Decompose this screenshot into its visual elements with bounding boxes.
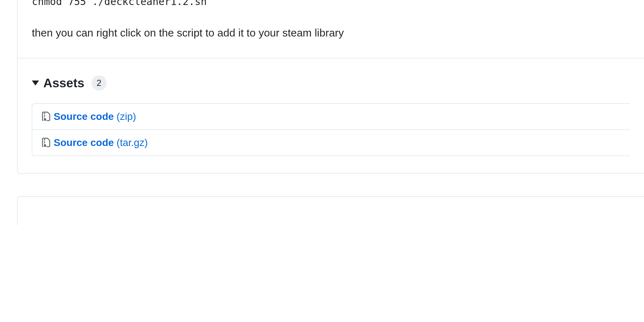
assets-toggle[interactable]: Assets 2 xyxy=(32,75,630,91)
assets-list: Source code (zip) Source code (tar.gz) xyxy=(32,103,630,156)
assets-count-badge: 2 xyxy=(92,75,107,91)
asset-row: Source code (tar.gz) xyxy=(32,130,630,156)
asset-name: Source code xyxy=(54,137,114,148)
assets-heading: Assets xyxy=(43,76,84,90)
asset-name: Source code xyxy=(54,111,114,122)
asset-download-link[interactable]: Source code (zip) xyxy=(54,111,136,122)
release-description: then you can right click on the script t… xyxy=(32,25,630,41)
assets-section: Assets 2 Source code (zip) xyxy=(18,58,644,156)
file-zip-icon xyxy=(41,111,51,122)
asset-extension: (zip) xyxy=(117,111,136,122)
asset-extension: (tar.gz) xyxy=(117,137,148,148)
asset-row: Source code (zip) xyxy=(32,104,630,130)
next-release-panel xyxy=(17,196,644,225)
file-zip-icon xyxy=(41,137,51,148)
asset-download-link[interactable]: Source code (tar.gz) xyxy=(54,137,148,148)
code-snippet: chmod 755 ./deckcleaner1.2.sh xyxy=(32,0,630,8)
release-panel: chmod 755 ./deckcleaner1.2.sh then you c… xyxy=(17,0,644,174)
caret-down-icon xyxy=(32,80,39,86)
